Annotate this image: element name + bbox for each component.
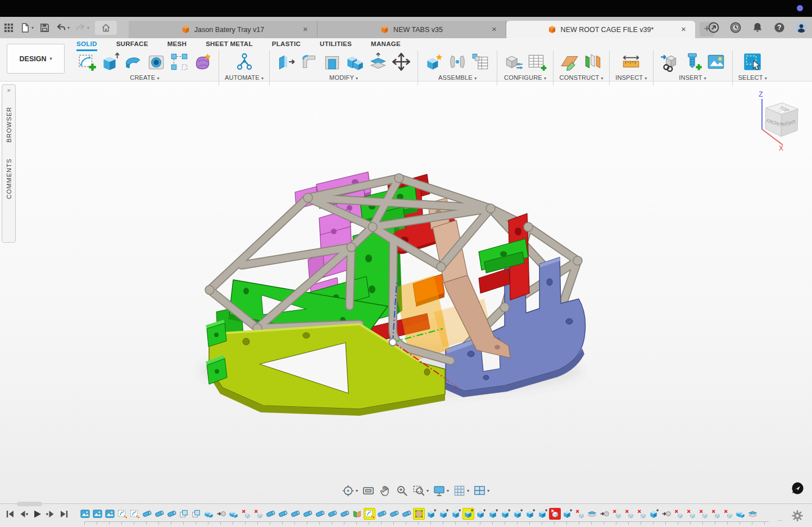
timeline-feature-cylinder[interactable] xyxy=(166,508,178,520)
timeline-feature-canvas[interactable] xyxy=(104,508,116,520)
timeline-feature-suppressed[interactable] xyxy=(710,508,722,520)
timeline-feature-extrude[interactable] xyxy=(537,508,548,520)
sidebar-tab-browser[interactable]: BROWSER xyxy=(6,99,12,151)
chevron-down-icon[interactable]: ▾ xyxy=(67,25,70,30)
step-forward-button[interactable] xyxy=(45,508,56,520)
close-tab-button[interactable]: × xyxy=(489,24,499,34)
timeline-feature-suppressed[interactable] xyxy=(673,508,684,520)
config-table-icon[interactable] xyxy=(526,51,547,72)
timeline-feature-cylinder[interactable] xyxy=(401,508,412,520)
document-tab[interactable]: Jason Batery Tray v17× xyxy=(129,21,317,38)
ribbon-tab-mesh[interactable]: MESH xyxy=(167,40,187,51)
timeline-feature-suppressed[interactable] xyxy=(611,508,623,520)
extrude-icon[interactable] xyxy=(99,51,121,72)
help-icon[interactable]: ? xyxy=(773,21,786,34)
view-cube[interactable]: Z X TOP FRONT RIGHT xyxy=(759,90,798,152)
orbit-button[interactable]: ▾ xyxy=(342,484,358,497)
assistant-bubble[interactable] xyxy=(791,481,804,495)
timeline-feature-suppressed[interactable] xyxy=(240,508,252,520)
timeline-feature-boxsel[interactable] xyxy=(190,508,202,520)
combine-icon[interactable] xyxy=(344,51,366,72)
timeline-feature-extrude[interactable] xyxy=(487,508,499,520)
timeline-feature-extrude[interactable] xyxy=(450,508,462,520)
chevron-down-icon[interactable]: ▾ xyxy=(356,488,358,493)
ribbon-tab-plastic[interactable]: PLASTIC xyxy=(272,40,301,51)
timeline-feature-cylinder[interactable] xyxy=(265,508,276,520)
extensions-icon[interactable] xyxy=(707,21,720,34)
joint-icon[interactable] xyxy=(447,51,468,72)
timeline-feature-form[interactable] xyxy=(413,508,425,520)
revolve-icon[interactable] xyxy=(123,51,144,72)
home-button[interactable] xyxy=(95,21,117,35)
chevron-down-icon[interactable]: ▾ xyxy=(467,488,469,493)
timeline-feature-extrude[interactable] xyxy=(512,508,524,520)
ribbon-tab-utilities[interactable]: UTILITIES xyxy=(320,40,352,51)
timeline-feature-suppressed[interactable] xyxy=(574,508,586,520)
timeline-feature-sketch[interactable] xyxy=(364,508,375,520)
move-icon[interactable] xyxy=(391,51,412,72)
ribbon-tab-sheet-metal[interactable]: SHEET METAL xyxy=(206,40,253,51)
timeline-feature-combine[interactable] xyxy=(734,508,746,520)
timeline-feature-extrude[interactable] xyxy=(648,508,660,520)
timeline-feature-cylinder[interactable] xyxy=(277,508,289,520)
group-dropdown-create[interactable]: CREATE ▾ xyxy=(130,74,160,81)
timeline-feature-shell[interactable] xyxy=(747,508,759,520)
automate-icon[interactable] xyxy=(234,51,255,72)
timeline-feature-suppressed[interactable] xyxy=(722,508,734,520)
pattern-icon[interactable] xyxy=(169,51,190,72)
measure-icon[interactable] xyxy=(620,51,642,72)
file-button[interactable]: ▾ xyxy=(20,22,34,33)
timeline-feature-hole[interactable] xyxy=(598,508,610,520)
timeline-feature-box-white[interactable] xyxy=(549,508,561,520)
insert-canvas-icon[interactable] xyxy=(705,51,727,72)
ribbon-tab-solid[interactable]: SOLID xyxy=(76,40,97,51)
timeline-feature-suppressed[interactable] xyxy=(636,508,647,520)
timeline-feature-combine[interactable] xyxy=(203,508,215,520)
timeline-feature-sketch[interactable] xyxy=(116,508,128,520)
timeline-settings-button[interactable] xyxy=(791,509,804,523)
timeline-feature-cylinder[interactable] xyxy=(289,508,301,520)
document-tab[interactable]: NEW ROOT CAGE FILE v39*× xyxy=(506,21,695,38)
look-at-button[interactable] xyxy=(362,484,375,497)
group-dropdown-insert[interactable]: INSERT ▾ xyxy=(679,74,706,81)
group-dropdown-automate[interactable]: AUTOMATE ▾ xyxy=(225,74,264,81)
origin-marker[interactable] xyxy=(389,339,397,346)
undo-button[interactable]: ▾ xyxy=(56,22,70,33)
skip-end-button[interactable] xyxy=(58,508,70,520)
timeline-feature-cylinder[interactable] xyxy=(302,508,314,520)
chevron-down-icon[interactable]: ▾ xyxy=(447,488,449,493)
job-status-icon[interactable] xyxy=(729,21,742,34)
timeline-feature-cylinder[interactable] xyxy=(141,508,153,520)
hole-icon[interactable] xyxy=(146,51,167,72)
timeline-feature-suppressed[interactable] xyxy=(623,508,635,520)
timeline-feature-extrude[interactable] xyxy=(462,508,474,520)
group-dropdown-modify[interactable]: MODIFY ▾ xyxy=(329,74,358,81)
press-pull-icon[interactable] xyxy=(275,51,297,72)
insert-derive-icon[interactable] xyxy=(659,51,681,72)
create-form-icon[interactable] xyxy=(192,51,213,72)
timeline-feature-hole[interactable] xyxy=(660,508,672,520)
chevron-down-icon[interactable]: ▾ xyxy=(487,488,489,493)
fillet-icon[interactable] xyxy=(298,51,320,72)
workspace-selector[interactable]: DESIGN ▾ xyxy=(7,44,65,74)
timeline-feature-cylinder[interactable] xyxy=(153,508,165,520)
timeline-feature-cylinder[interactable] xyxy=(339,508,351,520)
app-grid-button[interactable] xyxy=(3,22,14,33)
fit-button[interactable]: ▾ xyxy=(412,484,429,497)
select-icon[interactable] xyxy=(742,51,763,72)
ribbon-tab-surface[interactable]: SURFACE xyxy=(116,40,148,51)
display-settings-button[interactable]: ▾ xyxy=(433,484,449,497)
timeline-feature-cylinder[interactable] xyxy=(326,508,338,520)
timeline-feature-hole[interactable] xyxy=(215,508,227,520)
group-dropdown-select[interactable]: SELECT ▾ xyxy=(738,74,767,81)
redo-button[interactable]: ▾ xyxy=(75,22,89,33)
timeline-feature-cylinder[interactable] xyxy=(376,508,388,520)
timeline-feature-combine[interactable] xyxy=(228,508,239,520)
skip-start-button[interactable] xyxy=(4,508,16,520)
sidebar-tab-comments[interactable]: COMMENTS xyxy=(6,151,12,207)
insert-fastener-icon[interactable] xyxy=(682,51,704,72)
configuration-icon[interactable] xyxy=(503,51,524,72)
timeline-feature-boxsel[interactable] xyxy=(178,508,190,520)
timeline-feature-canvas[interactable] xyxy=(92,508,103,520)
timeline-feature-suppressed[interactable] xyxy=(685,508,697,520)
